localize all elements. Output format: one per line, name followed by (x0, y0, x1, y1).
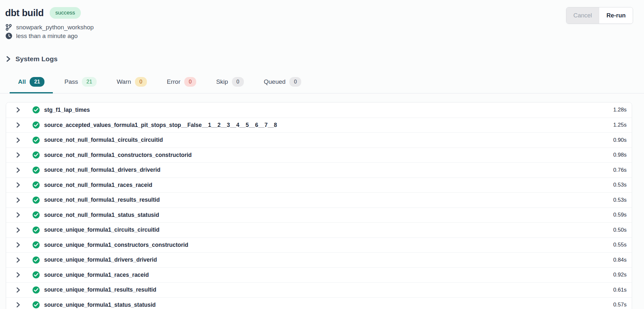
success-check-icon (32, 301, 40, 309)
result-row[interactable]: source_not_null_formula1_status_statusid… (6, 208, 632, 223)
expand-chevron-icon[interactable] (15, 242, 22, 248)
result-name: source_unique_formula1_status_statusid (44, 302, 607, 308)
branch-row: snowpark_python_workshop (5, 23, 633, 32)
status-badge: success (50, 7, 81, 19)
expand-chevron-icon[interactable] (15, 287, 22, 293)
page-title: dbt build (5, 8, 44, 18)
result-duration: 0.53s (613, 182, 627, 188)
time-row: less than a minute ago (5, 32, 633, 40)
expand-chevron-icon[interactable] (15, 302, 22, 308)
expand-chevron-icon[interactable] (15, 197, 22, 203)
system-logs-label: System Logs (15, 55, 58, 63)
tab-count-badge: 0 (184, 77, 196, 87)
result-duration: 1.25s (613, 122, 627, 128)
result-row[interactable]: source_not_null_formula1_constructors_co… (6, 148, 632, 163)
result-name: stg_f1_lap_times (44, 107, 607, 113)
tab-count-badge: 21 (82, 77, 97, 87)
result-row[interactable]: stg_f1_lap_times 1.28s (6, 102, 632, 118)
success-check-icon (32, 241, 40, 249)
result-duration: 0.90s (613, 137, 627, 143)
success-check-icon (32, 106, 40, 114)
result-row[interactable]: source_not_null_formula1_results_resulti… (6, 192, 632, 208)
expand-chevron-icon[interactable] (15, 167, 22, 173)
result-name: source_unique_formula1_circuits_circuiti… (44, 227, 607, 233)
result-name: source_not_null_formula1_drivers_driveri… (44, 167, 607, 173)
success-check-icon (32, 271, 40, 279)
success-check-icon (32, 226, 40, 234)
expand-chevron-icon[interactable] (15, 257, 22, 263)
result-duration: 0.50s (613, 227, 627, 233)
expand-chevron-icon[interactable] (15, 107, 22, 113)
result-name: source_unique_formula1_constructors_cons… (44, 242, 607, 248)
result-row[interactable]: source_unique_formula1_races_raceid 0.92… (6, 267, 632, 283)
result-duration: 0.98s (613, 152, 627, 158)
tab-label: Error (167, 78, 180, 85)
result-duration: 0.61s (613, 287, 627, 293)
success-check-icon (32, 136, 40, 144)
expand-chevron-icon[interactable] (15, 152, 22, 158)
expand-chevron-icon[interactable] (15, 227, 22, 233)
tab-skip[interactable]: Skip 0 (208, 75, 252, 93)
chevron-right-icon (6, 56, 11, 62)
rerun-button[interactable]: Re-run (599, 7, 633, 24)
result-duration: 0.57s (613, 302, 627, 308)
result-row[interactable]: source_unique_formula1_circuits_circuiti… (6, 222, 632, 237)
result-row[interactable]: source_not_null_formula1_drivers_driveri… (6, 162, 632, 178)
result-row[interactable]: source_unique_formula1_constructors_cons… (6, 237, 632, 253)
result-duration: 0.59s (613, 212, 627, 218)
success-check-icon (32, 181, 40, 189)
result-row[interactable]: source_unique_formula1_results_resultid … (6, 282, 632, 297)
success-check-icon (32, 196, 40, 204)
result-duration: 0.76s (613, 167, 627, 173)
result-name: source_unique_formula1_races_raceid (44, 272, 607, 278)
result-name: source_unique_formula1_results_resultid (44, 286, 607, 293)
result-name: source_accepted_values_formula1_pit_stop… (44, 122, 607, 129)
success-check-icon (32, 286, 40, 294)
results-list: stg_f1_lap_times 1.28s source_accepted_v… (6, 102, 632, 309)
tab-label: All (18, 78, 26, 85)
result-duration: 0.55s (613, 242, 627, 248)
tab-label: Warn (117, 78, 131, 85)
result-name: source_not_null_formula1_results_resulti… (44, 197, 607, 203)
result-row[interactable]: source_unique_formula1_drivers_driverid … (6, 252, 632, 267)
result-duration: 1.28s (613, 107, 627, 113)
success-check-icon (32, 256, 40, 264)
system-logs-toggle[interactable]: System Logs (6, 55, 644, 63)
tab-queued[interactable]: Queued 0 (255, 75, 310, 93)
tab-error[interactable]: Error 0 (159, 75, 205, 93)
result-row[interactable]: source_accepted_values_formula1_pit_stop… (6, 118, 632, 133)
time-ago: less than a minute ago (16, 33, 78, 40)
tab-pass[interactable]: Pass 21 (56, 75, 105, 93)
tab-all[interactable]: All 21 (10, 75, 53, 93)
expand-chevron-icon[interactable] (15, 272, 22, 278)
result-filter-tabs: All 21 Pass 21 Warn 0 Error 0 Skip 0 Que… (0, 75, 644, 93)
tab-label: Pass (64, 78, 78, 85)
run-header: dbt build success snowpark_python_worksh… (0, 0, 644, 40)
result-duration: 0.53s (613, 197, 627, 203)
result-duration: 0.84s (613, 257, 627, 263)
result-name: source_not_null_formula1_constructors_co… (44, 152, 607, 159)
git-branch-icon (5, 24, 12, 31)
result-duration: 0.92s (613, 272, 627, 278)
tab-warn[interactable]: Warn 0 (108, 75, 155, 93)
tab-label: Queued (264, 78, 286, 85)
tab-count-badge: 0 (135, 77, 147, 87)
result-name: source_not_null_formula1_status_statusid (44, 212, 607, 218)
result-row[interactable]: source_unique_formula1_status_statusid 0… (6, 297, 632, 309)
branch-name: snowpark_python_workshop (16, 24, 94, 31)
success-check-icon (32, 211, 40, 219)
result-row[interactable]: source_not_null_formula1_circuits_circui… (6, 132, 632, 148)
success-check-icon (32, 121, 40, 129)
tab-count-badge: 0 (289, 77, 301, 87)
expand-chevron-icon[interactable] (15, 122, 22, 128)
tab-label: Skip (216, 78, 228, 85)
clock-icon (5, 33, 12, 40)
expand-chevron-icon[interactable] (15, 137, 22, 143)
result-row[interactable]: source_not_null_formula1_races_raceid 0.… (6, 178, 632, 193)
cancel-button[interactable]: Cancel (566, 7, 599, 24)
expand-chevron-icon[interactable] (15, 212, 22, 218)
tab-count-badge: 0 (232, 77, 244, 87)
success-check-icon (32, 151, 40, 159)
expand-chevron-icon[interactable] (15, 182, 22, 188)
result-name: source_unique_formula1_drivers_driverid (44, 256, 607, 263)
